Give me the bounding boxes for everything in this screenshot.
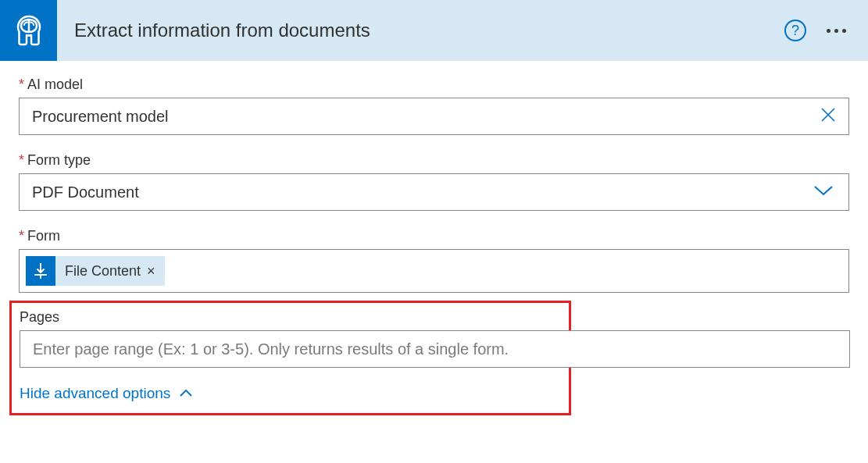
hide-advanced-link[interactable]: Hide advanced options: [20, 385, 561, 402]
ai-model-field: [19, 98, 849, 135]
card-title: Extract information from documents: [74, 20, 784, 41]
file-content-token: File Content ×: [26, 256, 165, 286]
help-icon[interactable]: ?: [784, 20, 806, 41]
form-label: * Form: [19, 228, 849, 244]
ai-model-input[interactable]: [19, 98, 849, 135]
required-asterisk: *: [19, 228, 24, 244]
clear-icon[interactable]: [820, 106, 837, 126]
advanced-link-text: Hide advanced options: [20, 385, 170, 402]
card-header: Extract information from documents ?: [0, 0, 868, 61]
chevron-up-icon: [178, 388, 194, 399]
ai-model-label: * AI model: [19, 77, 849, 93]
pages-field: [20, 330, 561, 368]
card-body: * AI model * Form type PDF Document * Fo…: [0, 61, 868, 415]
highlight-annotation: Pages Hide advanced options: [9, 301, 571, 415]
form-type-field: PDF Document: [19, 173, 849, 211]
form-type-value: PDF Document: [32, 183, 139, 201]
connector-icon: [0, 0, 57, 61]
chevron-down-icon[interactable]: [813, 184, 834, 200]
required-asterisk: *: [19, 77, 24, 93]
svg-point-0: [40, 263, 41, 265]
form-field: File Content ×: [19, 249, 849, 293]
more-menu-icon[interactable]: [820, 23, 852, 39]
required-asterisk: *: [19, 152, 24, 169]
token-label: File Content: [65, 263, 141, 280]
form-input[interactable]: File Content ×: [19, 249, 849, 293]
pages-label: Pages: [20, 309, 561, 326]
form-type-label: * Form type: [19, 152, 849, 169]
pages-input[interactable]: [20, 330, 850, 368]
remove-token-icon[interactable]: ×: [147, 263, 155, 280]
form-type-select[interactable]: PDF Document: [19, 173, 849, 211]
dynamic-content-icon: [26, 256, 55, 286]
